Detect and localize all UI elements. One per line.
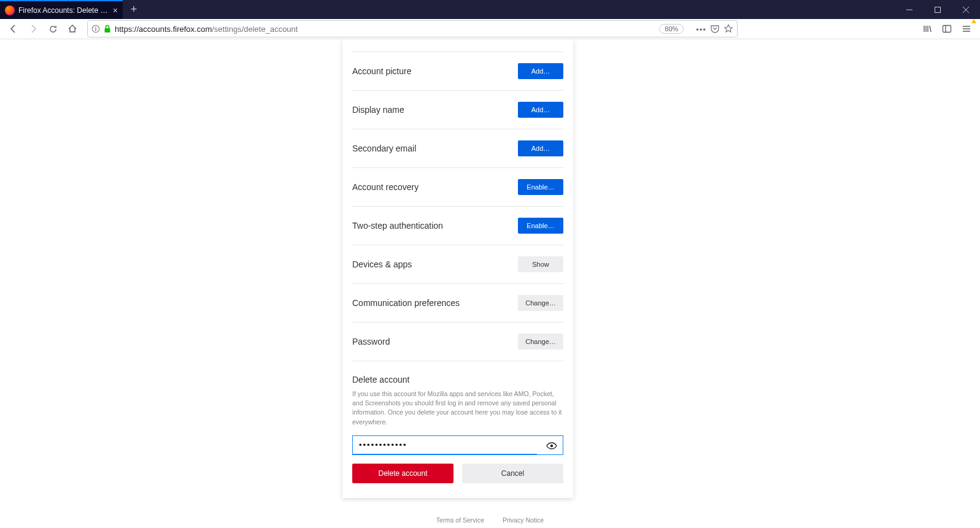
library-icon[interactable] (919, 20, 936, 37)
svg-rect-7 (105, 28, 110, 33)
navigation-toolbar: https://accounts.firefox.com/settings/de… (0, 19, 980, 39)
settings-row-two-step-authentication: Two-step authenticationEnable… (352, 207, 563, 245)
settings-row-devices-apps: Devices & appsShow (352, 245, 563, 284)
svg-rect-6 (95, 28, 96, 31)
firefox-favicon-icon (5, 6, 15, 15)
settings-row-label: Password (352, 337, 390, 346)
page-content: ︿ Account pictureAdd…Display nameAdd…Sec… (0, 39, 980, 528)
settings-row-display-name: Display nameAdd… (352, 91, 563, 129)
page-actions-icon[interactable]: ••• (696, 25, 706, 34)
titlebar: Firefox Accounts: Delete accou × + (0, 0, 980, 19)
tab-title: Firefox Accounts: Delete accou (18, 6, 109, 15)
show-password-icon[interactable] (546, 440, 558, 452)
lock-icon[interactable] (104, 25, 111, 33)
url-bar[interactable]: https://accounts.firefox.com/settings/de… (87, 20, 738, 37)
zoom-indicator[interactable]: 80% (659, 24, 684, 34)
settings-row-label: Communication preferences (352, 298, 460, 308)
settings-card: Account pictureAdd…Display nameAdd…Secon… (342, 39, 573, 498)
reload-button[interactable] (44, 20, 61, 37)
settings-row-label: Account recovery (352, 182, 419, 192)
delete-account-button[interactable]: Delete account (352, 464, 453, 483)
privacy-link[interactable]: Privacy Notice (503, 516, 544, 524)
footer-links: Terms of Service Privacy Notice (436, 516, 544, 524)
tab-close-icon[interactable]: × (113, 6, 118, 15)
pocket-icon[interactable] (710, 24, 720, 34)
settings-row-label: Devices & apps (352, 259, 412, 269)
settings-row-label: Two-step authentication (352, 221, 443, 231)
password-input[interactable] (359, 440, 542, 450)
settings-row-action-button[interactable]: Change… (518, 334, 563, 350)
cancel-button[interactable]: Cancel (462, 464, 563, 483)
settings-row-communication-preferences: Communication preferencesChange… (352, 284, 563, 323)
settings-row-account-picture: Account pictureAdd… (352, 52, 563, 91)
terms-link[interactable]: Terms of Service (436, 516, 484, 524)
svg-rect-8 (943, 26, 951, 33)
page-info-icon[interactable] (91, 25, 100, 33)
settings-row-action-button[interactable]: Add… (518, 140, 563, 156)
settings-row-secondary-email: Secondary emailAdd… (352, 129, 563, 168)
back-button[interactable] (5, 20, 22, 37)
home-button[interactable] (64, 20, 81, 37)
window-close-button[interactable] (952, 0, 980, 19)
svg-rect-1 (935, 7, 941, 12)
settings-row-label: Display name (352, 105, 404, 115)
svg-point-5 (95, 27, 96, 28)
password-field-wrapper (352, 435, 563, 455)
settings-row-account-recovery: Account recoveryEnable… (352, 168, 563, 207)
window-minimize-button[interactable] (895, 0, 924, 19)
settings-row-action-button[interactable]: Change… (518, 295, 563, 311)
url-text: https://accounts.firefox.com/settings/de… (115, 25, 655, 34)
settings-row-password: PasswordChange… (352, 323, 563, 361)
settings-row-label: Account picture (352, 66, 412, 76)
delete-account-title: Delete account (352, 375, 563, 385)
settings-row-action-button[interactable]: Add… (518, 63, 563, 79)
delete-account-help: If you use this account for Mozilla apps… (352, 389, 563, 427)
sidebar-icon[interactable] (938, 20, 955, 37)
app-menu-icon[interactable] (958, 20, 975, 37)
settings-row-action-button[interactable]: Enable… (518, 179, 563, 195)
forward-button[interactable] (25, 20, 42, 37)
settings-row-action-button[interactable]: Add… (518, 102, 563, 118)
svg-point-13 (550, 445, 553, 447)
browser-tab[interactable]: Firefox Accounts: Delete accou × (0, 0, 123, 19)
settings-row-action-button[interactable]: Enable… (518, 218, 563, 234)
settings-row-label: Secondary email (352, 143, 416, 153)
window-maximize-button[interactable] (924, 0, 952, 19)
settings-row-action-button[interactable]: Show (518, 256, 563, 272)
new-tab-button[interactable]: + (123, 0, 145, 19)
bookmark-star-icon[interactable] (723, 24, 733, 34)
